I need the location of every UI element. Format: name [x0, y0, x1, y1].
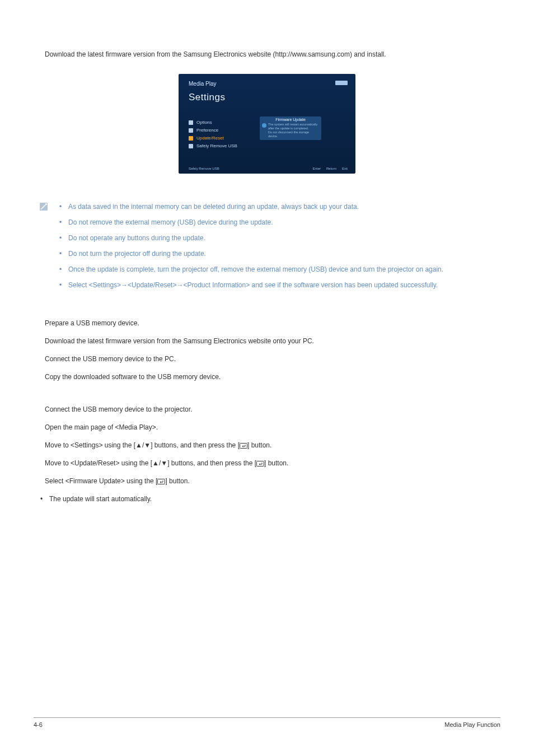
- auto-item: The update will start automatically.: [37, 494, 500, 504]
- ss-menu-update: Update/Reset: [189, 134, 261, 142]
- caution-item: As data saved in the internal memory can…: [56, 202, 443, 212]
- update-step5-a: Select <Firmware Update> using the [: [45, 477, 157, 485]
- caution-list: As data saved in the internal memory can…: [56, 202, 443, 296]
- ss-menu-options: Options: [189, 119, 261, 127]
- update-step3-a: Move to <Settings> using the [▲/▼] butto…: [45, 441, 240, 449]
- pref-icon: [189, 128, 193, 133]
- ss-menu-options-label: Options: [196, 119, 212, 127]
- eject-icon: [189, 144, 193, 148]
- ss-panel-title: Firmware Update: [262, 118, 319, 122]
- svg-rect-1: [240, 443, 247, 448]
- update-step: Move to <Settings> using the [▲/▼] butto…: [45, 440, 500, 450]
- ss-footer-exit: Exit: [342, 167, 348, 170]
- ss-settings-title: Settings: [189, 92, 225, 103]
- prep-step: Connect the USB memory device to the PC.: [45, 354, 500, 364]
- enter-icon: [240, 442, 247, 449]
- ss-menu-safely-label: Safely Remove USB: [196, 142, 237, 150]
- usb-icon: [335, 81, 348, 85]
- settings-screenshot: Media Play Settings Options Preference U…: [179, 74, 355, 174]
- svg-rect-3: [158, 479, 165, 484]
- wrench-icon: [189, 120, 193, 125]
- section-name: Media Play Function: [444, 721, 500, 728]
- ss-menu: Options Preference Update/Reset Safely R…: [189, 119, 261, 150]
- update-icon: [189, 136, 193, 141]
- ss-panel-line1: The system will restart automatically: [268, 123, 319, 127]
- caution-block: As data saved in the internal memory can…: [39, 202, 500, 296]
- update-step5-b: ] button.: [165, 477, 189, 485]
- update-step: Open the main page of <Media Play>.: [45, 422, 500, 432]
- update-step4-a: Move to <Update/Reset> using the [▲/▼] b…: [45, 459, 256, 467]
- update-step4-b: ] button.: [264, 459, 288, 467]
- ss-menu-preference-label: Preference: [196, 127, 218, 134]
- info-icon: [262, 123, 266, 128]
- prep-step: Prepare a USB memory device.: [45, 318, 500, 328]
- ss-menu-preference: Preference: [189, 127, 261, 134]
- caution-item: Do not remove the external memory (USB) …: [56, 217, 443, 227]
- ss-footer-return: Return: [326, 167, 336, 170]
- ss-panel-text: The system will restart automatically af…: [268, 123, 319, 138]
- ss-mediaplay-label: Media Play: [189, 81, 216, 87]
- ss-panel-line2: after the update is completed.: [268, 127, 319, 130]
- caution-item: Once the update is complete, turn the pr…: [56, 264, 443, 274]
- svg-rect-2: [256, 461, 264, 466]
- ss-menu-update-label: Update/Reset: [196, 134, 224, 142]
- update-section: Connect the USB memory device to the pro…: [45, 404, 500, 486]
- page-footer: 4-6 Media Play Function: [34, 717, 500, 728]
- ss-menu-safely: Safely Remove USB: [189, 142, 261, 150]
- auto-list: The update will start automatically.: [37, 494, 500, 504]
- caution-item: Select <Settings>→<Update/Reset>→<Produc…: [56, 280, 443, 290]
- ss-panel-line3: Do not disconnect the storage device.: [268, 130, 319, 138]
- ss-firmware-panel: Firmware Update The system will restart …: [260, 116, 321, 140]
- update-step: Connect the USB memory device to the pro…: [45, 404, 500, 414]
- prep-step: Copy the downloaded software to the USB …: [45, 372, 500, 382]
- prep-step: Download the latest firmware version fro…: [45, 336, 500, 346]
- ss-footer-left: Safely Remove USB: [189, 167, 219, 170]
- intro-text: Download the latest firmware version fro…: [45, 50, 500, 58]
- prep-section: Prepare a USB memory device. Download th…: [45, 318, 500, 382]
- caution-item: Do not turn the projector off during the…: [56, 249, 443, 259]
- update-step: Select <Firmware Update> using the [] bu…: [45, 476, 500, 486]
- page-number: 4-6: [34, 721, 43, 728]
- note-icon: [39, 202, 48, 211]
- caution-item: Do not operate any buttons during the up…: [56, 233, 443, 243]
- enter-icon: [157, 478, 165, 484]
- update-step: Move to <Update/Reset> using the [▲/▼] b…: [45, 458, 500, 468]
- update-step3-b: ] button.: [247, 441, 271, 449]
- ss-footer-enter: Enter: [313, 167, 321, 170]
- enter-icon: [256, 460, 264, 466]
- ss-footer: Safely Remove USB Enter Return Exit: [189, 167, 348, 170]
